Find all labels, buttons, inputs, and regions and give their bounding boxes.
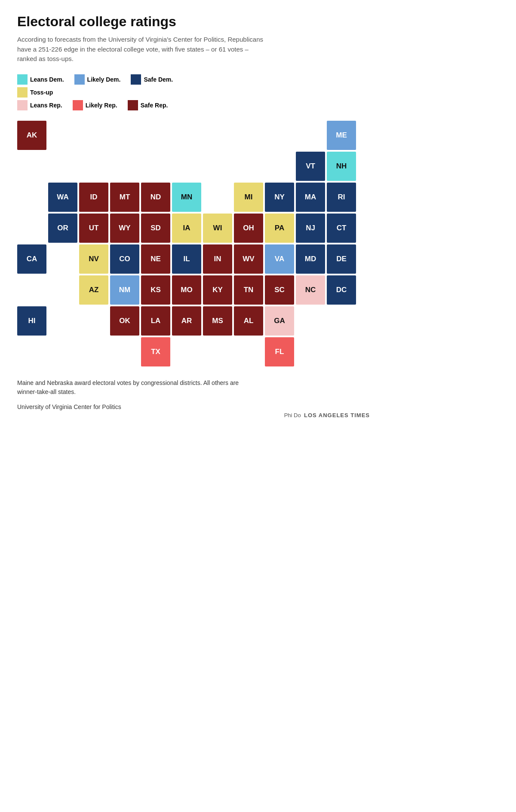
electoral-map: AKMEVTNHWAIDMTNDMNMINYMARIORUTWYSDIAWIOH… — [17, 121, 370, 366]
empty-cell — [172, 121, 201, 150]
state-IL: IL — [172, 244, 201, 274]
state-SC: SC — [265, 275, 294, 305]
empty-cell — [48, 306, 77, 336]
likely-rep-label: Likely Rep. — [86, 102, 117, 109]
empty-cell — [79, 121, 108, 150]
empty-cell — [17, 183, 46, 212]
empty-cell — [17, 337, 46, 366]
toss-up-swatch — [17, 87, 28, 98]
state-NM: NM — [110, 275, 139, 305]
legend-leans-dem: Leans Dem. — [17, 74, 64, 85]
state-PA: PA — [265, 214, 294, 243]
state-AR: AR — [172, 306, 201, 336]
source-line: University of Virginia Center for Politi… — [17, 403, 370, 410]
state-TX: TX — [141, 337, 170, 366]
empty-cell — [110, 121, 139, 150]
empty-cell — [234, 121, 263, 150]
state-NH: NH — [327, 152, 356, 181]
safe-rep-label: Safe Rep. — [141, 102, 168, 109]
empty-cell — [234, 152, 263, 181]
empty-cell — [172, 337, 201, 366]
state-ND: ND — [141, 183, 170, 212]
state-RI: RI — [327, 183, 356, 212]
state-ME: ME — [327, 121, 356, 150]
state-FL: FL — [265, 337, 294, 366]
state-AK: AK — [17, 121, 46, 150]
state-MN: MN — [172, 183, 201, 212]
legend: Leans Dem. Likely Dem. Safe Dem. Toss-up… — [17, 74, 370, 110]
empty-cell — [48, 337, 77, 366]
empty-cell — [296, 121, 325, 150]
legend-safe-dem: Safe Dem. — [131, 74, 173, 85]
leans-rep-label: Leans Rep. — [30, 102, 62, 109]
empty-cell — [296, 337, 325, 366]
leans-dem-swatch — [17, 74, 28, 85]
empty-cell — [79, 306, 108, 336]
empty-cell — [17, 214, 46, 243]
legend-safe-rep: Safe Rep. — [128, 100, 168, 110]
empty-cell — [48, 152, 77, 181]
empty-cell — [141, 121, 170, 150]
state-MO: MO — [172, 275, 201, 305]
state-UT: UT — [79, 214, 108, 243]
likely-dem-label: Likely Dem. — [87, 76, 121, 83]
state-KS: KS — [141, 275, 170, 305]
state-ID: ID — [79, 183, 108, 212]
empty-cell — [110, 152, 139, 181]
safe-rep-swatch — [128, 100, 138, 110]
state-IN: IN — [203, 244, 232, 274]
toss-up-label: Toss-up — [30, 89, 53, 96]
legend-likely-rep: Likely Rep. — [73, 100, 117, 110]
safe-dem-label: Safe Dem. — [144, 76, 173, 83]
empty-cell — [48, 244, 77, 274]
leans-dem-label: Leans Dem. — [30, 76, 64, 83]
state-CO: CO — [110, 244, 139, 274]
state-AL: AL — [234, 306, 263, 336]
state-MT: MT — [110, 183, 139, 212]
state-OH: OH — [234, 214, 263, 243]
empty-cell — [172, 152, 201, 181]
state-OR: OR — [48, 214, 77, 243]
empty-cell — [110, 337, 139, 366]
footnote-text: Maine and Nebraska award electoral votes… — [17, 379, 258, 397]
state-CA: CA — [17, 244, 46, 274]
safe-dem-swatch — [131, 74, 141, 85]
state-DC: DC — [327, 275, 356, 305]
state-MI: MI — [234, 183, 263, 212]
page-title: Electoral college ratings — [17, 14, 370, 30]
empty-cell — [79, 152, 108, 181]
leans-rep-swatch — [17, 100, 28, 110]
empty-cell — [234, 337, 263, 366]
state-CT: CT — [327, 214, 356, 243]
empty-cell — [48, 275, 77, 305]
empty-cell — [79, 337, 108, 366]
empty-cell — [296, 306, 325, 336]
empty-cell — [203, 337, 232, 366]
state-MA: MA — [296, 183, 325, 212]
empty-cell — [17, 152, 46, 181]
state-WA: WA — [48, 183, 77, 212]
state-SD: SD — [141, 214, 170, 243]
state-GA: GA — [265, 306, 294, 336]
state-OK: OK — [110, 306, 139, 336]
legend-leans-rep: Leans Rep. — [17, 100, 62, 110]
state-VA: VA — [265, 244, 294, 274]
empty-cell — [265, 121, 294, 150]
state-NE: NE — [141, 244, 170, 274]
state-DE: DE — [327, 244, 356, 274]
empty-cell — [265, 152, 294, 181]
empty-cell — [141, 152, 170, 181]
empty-cell — [203, 152, 232, 181]
state-TN: TN — [234, 275, 263, 305]
state-AZ: AZ — [79, 275, 108, 305]
state-MS: MS — [203, 306, 232, 336]
state-NV: NV — [79, 244, 108, 274]
likely-rep-swatch — [73, 100, 83, 110]
legend-toss-up: Toss-up — [17, 87, 53, 98]
state-NY: NY — [265, 183, 294, 212]
state-NJ: NJ — [296, 214, 325, 243]
state-WI: WI — [203, 214, 232, 243]
state-MD: MD — [296, 244, 325, 274]
state-WY: WY — [110, 214, 139, 243]
map-grid: AKMEVTNHWAIDMTNDMNMINYMARIORUTWYSDIAWIOH… — [17, 121, 370, 366]
